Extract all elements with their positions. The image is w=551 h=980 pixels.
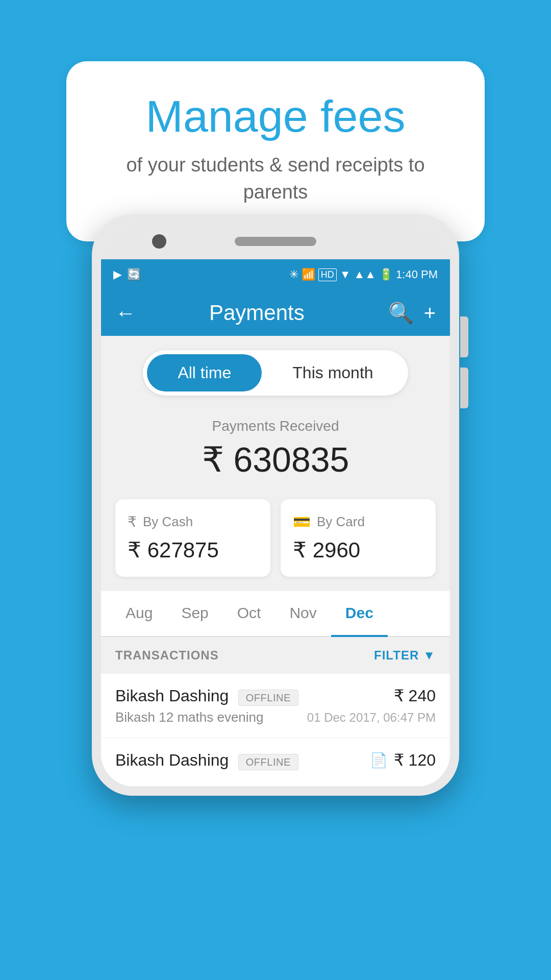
signal-icon-2: ▲▲	[354, 268, 377, 281]
transaction-right-2: 📄 ₹ 120	[370, 750, 436, 770]
offline-badge-2: OFFLINE	[238, 754, 298, 770]
app-bar-title: Payments	[146, 301, 368, 325]
battery-icon: 🔋	[379, 268, 393, 281]
transaction-row[interactable]: Bikash Dashing OFFLINE ₹ 240 Bikash 12 m…	[101, 674, 450, 738]
payments-amount: ₹ 630835	[101, 439, 450, 480]
transactions-label: TRANSACTIONS	[115, 648, 219, 663]
payments-label: Payments Received	[101, 418, 450, 434]
status-bar: ▶ 🔄 ✳ 📶 HD ▼ ▲▲ 🔋 1:40 PM	[101, 259, 450, 290]
cash-card-header: ₹ By Cash	[128, 513, 258, 530]
toggle-container: All time This month	[101, 336, 450, 408]
transaction-amount-1: ₹ 240	[394, 686, 436, 705]
bluetooth-icon: ✳	[289, 268, 298, 281]
transaction-top-2: Bikash Dashing OFFLINE 📄 ₹ 120	[115, 750, 436, 770]
transaction-name-group-2: Bikash Dashing OFFLINE	[115, 751, 298, 770]
speaker	[235, 237, 316, 246]
card-card-header: 💳 By Card	[293, 513, 423, 530]
transaction-top-1: Bikash Dashing OFFLINE ₹ 240	[115, 686, 436, 705]
phone-outer: ▶ 🔄 ✳ 📶 HD ▼ ▲▲ 🔋 1:40 PM ← Payments 🔍	[92, 214, 459, 796]
wifi-icon: ▼	[340, 268, 351, 281]
transaction-amount-2: ₹ 120	[394, 750, 436, 770]
status-icons: ✳ 📶 HD ▼ ▲▲ 🔋 1:40 PM	[289, 268, 438, 281]
tab-nov[interactable]: Nov	[275, 591, 331, 637]
transaction-name-1: Bikash Dashing	[115, 687, 229, 705]
phone-screen: ▶ 🔄 ✳ 📶 HD ▼ ▲▲ 🔋 1:40 PM ← Payments 🔍	[101, 224, 450, 787]
transaction-desc-1: Bikash 12 maths evening	[115, 709, 264, 725]
tab-aug[interactable]: Aug	[111, 591, 167, 637]
tab-sep[interactable]: Sep	[167, 591, 222, 637]
camera	[152, 234, 166, 249]
month-tabs: Aug Sep Oct Nov Dec	[101, 591, 450, 637]
toggle-group: All time This month	[143, 350, 408, 396]
this-month-button[interactable]: This month	[262, 354, 404, 391]
transaction-name-2: Bikash Dashing	[115, 751, 229, 769]
hero-title: Manage fees	[107, 92, 444, 141]
offline-badge-1: OFFLINE	[238, 690, 298, 706]
cash-amount: ₹ 627875	[128, 537, 258, 562]
hero-section: Manage fees of your students & send rece…	[0, 0, 551, 241]
filter-button[interactable]: FILTER ▼	[374, 648, 436, 663]
transactions-header: TRANSACTIONS FILTER ▼	[101, 637, 450, 674]
status-left: ▶ 🔄	[113, 268, 141, 281]
cash-card: ₹ By Cash ₹ 627875	[115, 499, 270, 577]
phone-mockup: ▶ 🔄 ✳ 📶 HD ▼ ▲▲ 🔋 1:40 PM ← Payments 🔍	[92, 214, 459, 796]
card-amount: ₹ 2960	[293, 537, 423, 562]
time-display: 1:40 PM	[396, 268, 438, 281]
all-time-button[interactable]: All time	[147, 354, 262, 391]
card-card: 💳 By Card ₹ 2960	[281, 499, 436, 577]
cash-icon: ₹	[128, 513, 137, 530]
transaction-date-1: 01 Dec 2017, 06:47 PM	[307, 710, 436, 725]
transaction-name-group-1: Bikash Dashing OFFLINE	[115, 687, 298, 705]
phone-top-bar	[101, 224, 450, 259]
payments-section: Payments Received ₹ 630835	[101, 408, 450, 494]
card-icon: 💳	[293, 513, 311, 530]
app-icon-2: 🔄	[127, 268, 141, 281]
cards-row: ₹ By Cash ₹ 627875 💳 By Card ₹ 2960	[101, 494, 450, 591]
transaction-row-2[interactable]: Bikash Dashing OFFLINE 📄 ₹ 120	[101, 738, 450, 787]
filter-icon: ▼	[423, 648, 436, 663]
app-bar: ← Payments 🔍 +	[101, 290, 450, 336]
receipt-icon: 📄	[370, 752, 388, 769]
side-button-2	[460, 368, 468, 408]
transaction-bottom-1: Bikash 12 maths evening 01 Dec 2017, 06:…	[115, 709, 436, 725]
search-button[interactable]: 🔍	[388, 301, 414, 325]
tab-oct[interactable]: Oct	[223, 591, 276, 637]
hero-subtitle: of your students & send receipts to pare…	[107, 152, 444, 206]
card-label: By Card	[317, 514, 365, 530]
cash-label: By Cash	[143, 514, 193, 530]
signal-icon: 📶	[302, 268, 315, 281]
app-icon-1: ▶	[113, 268, 122, 281]
hd-badge: HD	[318, 268, 337, 281]
back-button[interactable]: ←	[115, 302, 136, 325]
add-button[interactable]: +	[424, 302, 436, 325]
content-area: All time This month Payments Received ₹ …	[101, 336, 450, 787]
tab-dec[interactable]: Dec	[331, 591, 388, 637]
side-button-1	[460, 316, 468, 357]
filter-label: FILTER	[374, 648, 419, 663]
